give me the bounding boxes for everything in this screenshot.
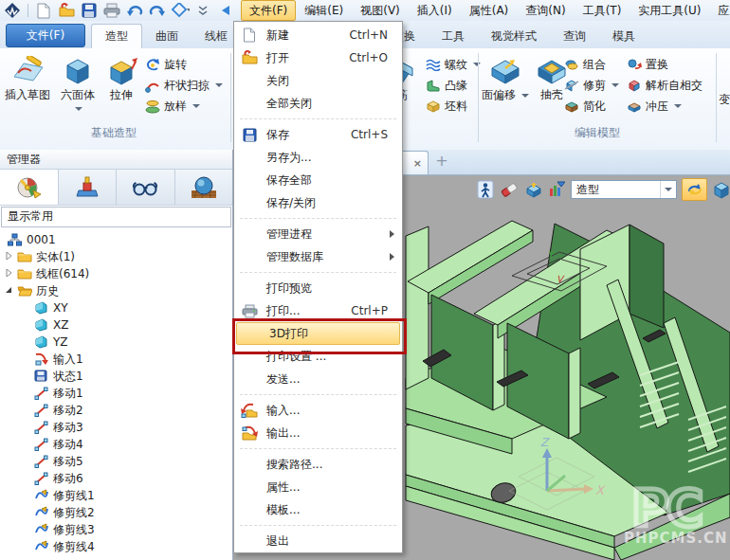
tree-filter-header[interactable]: 显示常用 [1, 207, 231, 227]
expander-collapsed-icon[interactable] [4, 268, 15, 280]
menu-insert[interactable]: 插入(I) [409, 0, 461, 21]
tree-item-trimcurve1[interactable]: 修剪线1 [0, 487, 232, 504]
revolve-button[interactable]: 旋转 [144, 54, 231, 75]
menu-item-manage-database[interactable]: 管理数据库 [234, 245, 402, 268]
ribbon-file-button[interactable]: 文件(F) [6, 24, 85, 47]
menu-applications[interactable]: 应用(P) [709, 0, 730, 21]
extrude-button[interactable]: 拉伸 [100, 53, 142, 101]
simplify-button[interactable]: 简化 [563, 96, 622, 117]
punch-dropdown-arrow[interactable] [674, 104, 682, 108]
expander-collapsed-icon[interactable] [4, 251, 15, 262]
menu-item-save[interactable]: 保存Ctrl+S [234, 123, 402, 146]
save-button[interactable] [80, 2, 99, 19]
eraser-icon[interactable] [500, 180, 519, 199]
face-offset-dropdown-arrow[interactable] [521, 94, 529, 98]
tree-item-trimcurve3[interactable]: 修剪线3 [0, 521, 232, 538]
menu-file[interactable]: 文件(F) [241, 0, 296, 21]
tab-visual-style[interactable]: 视觉样式 [478, 24, 550, 48]
manager-tab-display[interactable] [0, 170, 59, 205]
visual-style-dropdown[interactable]: 造型 [571, 180, 677, 199]
menu-item-save-as[interactable]: 另存为... [234, 146, 402, 169]
tree-item-trimcurve4[interactable]: 修剪线4 [0, 538, 232, 555]
box-button[interactable]: 六面体 [55, 53, 100, 115]
menu-item-export[interactable]: 输出... [234, 422, 402, 444]
isometric-cube-icon[interactable] [712, 180, 730, 199]
menu-item-exit[interactable]: 退出 [234, 530, 402, 552]
menu-item-send[interactable]: 发送... [234, 368, 402, 390]
tree-item-plane-yz[interactable]: YZ [0, 334, 232, 351]
trim-dropdown-arrow[interactable] [611, 83, 619, 87]
tree-item-history[interactable]: 历史 [0, 282, 232, 299]
tree-item-trimcurve2[interactable]: 修剪线2 [0, 504, 232, 521]
resolve-self-intersection-button[interactable]: 解析自相交 [626, 75, 715, 96]
menu-edit[interactable]: 编辑(E) [296, 0, 352, 21]
thread-dropdown-arrow[interactable] [473, 63, 481, 66]
tree-item-plane-xz[interactable]: XZ [0, 316, 232, 334]
display-filter-icon[interactable] [547, 180, 566, 199]
menu-tools[interactable]: 工具(T) [575, 0, 630, 21]
menu-item-open[interactable]: 打开Ctrl+O [234, 46, 402, 69]
tree-item-import1[interactable]: 输入1 [0, 351, 232, 368]
tree-item-root[interactable]: 0001 [0, 231, 232, 248]
manager-tab-visibility[interactable] [117, 170, 175, 205]
open-file-button[interactable] [57, 2, 76, 19]
menu-item-new[interactable]: 新建Ctrl+N [234, 24, 402, 46]
face-offset-button[interactable]: 面偏移 [482, 53, 529, 101]
tab-shape[interactable]: 造型 [91, 24, 142, 48]
rod-sweep-button[interactable]: 杆状扫掠 [144, 75, 231, 96]
print-button[interactable] [102, 2, 121, 19]
manager-tab-render[interactable] [175, 170, 233, 205]
menu-item-search-path[interactable]: 搜索路径... [234, 453, 402, 476]
loft-dropdown-arrow[interactable] [192, 104, 200, 108]
show-target-icon[interactable] [523, 180, 542, 199]
loft-button[interactable]: 放样 [144, 96, 231, 117]
rod-sweep-dropdown-arrow[interactable] [215, 83, 223, 87]
tree-item-move2[interactable]: 移动2 [0, 402, 232, 419]
tree-item-move1[interactable]: 移动1 [0, 385, 232, 402]
tree-item-move3[interactable]: 移动3 [0, 419, 232, 436]
menu-item-properties[interactable]: 属性... [234, 476, 402, 498]
menu-utilities[interactable]: 实用工具(U) [630, 0, 709, 21]
menu-attributes[interactable]: 属性(A) [461, 0, 518, 21]
close-tab-icon[interactable]: × [413, 157, 422, 170]
insert-sketch-button[interactable]: 插入草图 [2, 53, 53, 101]
tab-inquire[interactable]: 查询 [550, 24, 599, 48]
menu-item-close-all[interactable]: 全部关闭 [234, 92, 402, 115]
tree-item-state1[interactable]: 状态1 [0, 368, 232, 385]
chevron-down-icon[interactable] [660, 181, 676, 198]
new-document-button[interactable] [34, 2, 53, 19]
tree-item-move5[interactable]: 移动5 [0, 453, 232, 470]
manager-tab-history-stamp[interactable] [59, 170, 118, 205]
customize-toolbar-button[interactable] [193, 2, 212, 19]
replace-button[interactable]: 置换 [626, 54, 715, 75]
menu-item-print-preview[interactable]: 打印预览 [234, 277, 402, 299]
box-dropdown-arrow[interactable] [75, 107, 82, 111]
tab-tools[interactable]: 工具 [429, 24, 478, 48]
tab-mold[interactable]: 模具 [599, 24, 648, 48]
tree-item-move4[interactable]: 移动4 [0, 436, 232, 453]
tree-item-plane-xy[interactable]: XY [0, 299, 232, 316]
punch-button[interactable]: 冲压 [626, 96, 715, 117]
tree-item-solids[interactable]: 实体(1) [0, 248, 232, 265]
menu-item-close[interactable]: 关闭 [234, 69, 402, 92]
new-tab-button[interactable]: + [432, 152, 451, 171]
menu-item-template[interactable]: 模板... [234, 498, 402, 521]
menu-inquire[interactable]: 查询(N) [517, 0, 574, 21]
menu-item-save-close[interactable]: 保存/关闭 [234, 191, 402, 214]
view-orientation-button[interactable] [171, 2, 190, 19]
trim-button[interactable]: 修剪 [563, 75, 622, 96]
combine-button[interactable]: 组合 [563, 54, 622, 75]
redo-button[interactable] [148, 2, 167, 19]
menu-item-manage-session[interactable]: 管理进程 [234, 223, 402, 245]
menu-item-save-all[interactable]: 保存全部 [234, 169, 402, 191]
walkthrough-icon[interactable] [476, 180, 495, 199]
tree-item-wireframe[interactable]: 线框(614) [0, 265, 232, 282]
menu-view[interactable]: 视图(V) [352, 0, 409, 21]
tree-item-move6[interactable]: 移动6 [0, 470, 232, 487]
menu-item-import[interactable]: 输入... [234, 399, 402, 422]
view-orientation-toggle-button[interactable] [682, 178, 707, 201]
undo-button[interactable] [125, 2, 144, 19]
expander-expanded-icon[interactable] [4, 285, 15, 297]
tab-surface[interactable]: 曲面 [142, 24, 192, 48]
collapse-panel-icon[interactable] [216, 2, 235, 19]
